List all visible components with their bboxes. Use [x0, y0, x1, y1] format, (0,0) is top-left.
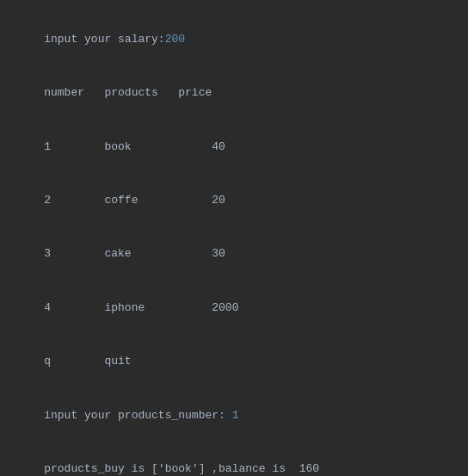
row2-text: 2 coffe 20 — [44, 194, 225, 207]
table-header-line: number products price — [17, 66, 451, 120]
salary-prompt-line: input your salary:200 — [17, 13, 451, 66]
table-header-text: number products price — [44, 86, 212, 99]
table-row-q: q quit — [17, 335, 451, 388]
rowq-text: q quit — [44, 355, 131, 368]
terminal-output: input your salary:200 number products pr… — [17, 13, 451, 476]
table-row-3: 3 cake 30 — [17, 228, 451, 281]
table-row-4: 4 iphone 2000 — [17, 281, 451, 335]
salary-value: 200 — [165, 33, 185, 46]
input1-prompt-text: input your products_number: — [44, 409, 231, 422]
table-row-2: 2 coffe 20 — [17, 174, 451, 227]
input1-value: 1 — [232, 409, 239, 422]
table-row-1: 1 book 40 — [17, 121, 451, 174]
row1-text: 1 book 40 — [44, 140, 225, 153]
row4-text: 4 iphone 2000 — [44, 301, 238, 314]
salary-prompt-text: input your salary: — [44, 33, 164, 46]
result1-line: products_buy is ['book'] ,balance is 160 — [17, 442, 451, 476]
input1-line: input your products_number: 1 — [17, 389, 451, 442]
row3-text: 3 cake 30 — [44, 247, 225, 260]
result1-text: products_buy is ['book'] ,balance is 160 — [44, 462, 319, 475]
